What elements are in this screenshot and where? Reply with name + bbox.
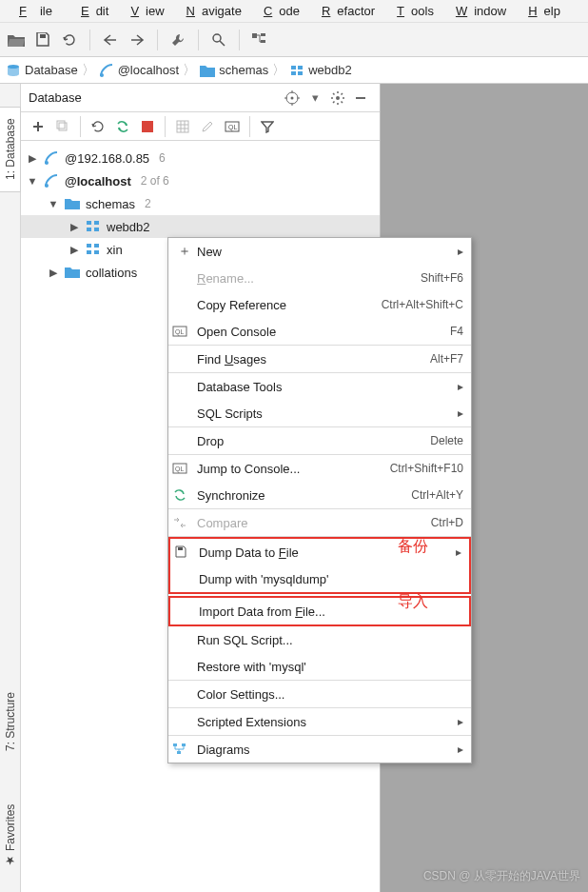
svg-rect-24 xyxy=(87,228,91,231)
menu-item-database-tools[interactable]: Database Tools▸ xyxy=(168,373,471,400)
crumb-schemas[interactable]: schemas xyxy=(200,63,268,77)
menu-item-diagrams[interactable]: Diagrams▸ xyxy=(168,736,471,763)
schema-icon xyxy=(86,219,101,234)
crumb-webdb2[interactable]: webdb2 xyxy=(289,63,352,77)
menu-item-jump-to-console[interactable]: QL Jump to Console...Ctrl+Shift+F10 xyxy=(168,455,471,482)
tree-node-localhost[interactable]: ▼ @localhost 2 of 6 xyxy=(21,169,380,192)
left-tab-database[interactable]: 1: Database xyxy=(0,107,21,192)
menu-item-copy-reference[interactable]: Copy ReferenceCtrl+Alt+Shift+C xyxy=(168,291,471,318)
node-label: @192.168.0.85 xyxy=(65,151,149,166)
datasource-icon xyxy=(44,150,59,166)
stop-icon[interactable] xyxy=(136,115,159,138)
menu-item-synchronize[interactable]: SynchronizeCtrl+Alt+Y xyxy=(168,482,471,508)
menu-refactor[interactable]: Refactor xyxy=(308,4,382,18)
tree-node-schemas[interactable]: ▼ schemas 2 xyxy=(21,192,380,215)
menu-item-new[interactable]: ＋ New▸ xyxy=(168,238,471,265)
minimize-icon[interactable] xyxy=(349,87,372,109)
filter-icon[interactable] xyxy=(256,115,279,138)
svg-rect-8 xyxy=(298,66,303,69)
forward-icon[interactable] xyxy=(127,30,147,50)
crumb-localhost[interactable]: @localhost xyxy=(99,63,180,78)
chevron-right-icon: 〉 xyxy=(183,62,196,79)
sync-icon[interactable] xyxy=(111,115,134,138)
svg-rect-37 xyxy=(177,751,181,754)
menu-item-run-sql-script[interactable]: Run SQL Script... xyxy=(168,626,471,653)
svg-rect-26 xyxy=(87,244,91,248)
left-tab-structure[interactable]: 7: Structure xyxy=(0,684,21,760)
crumb-database[interactable]: Database xyxy=(6,63,78,78)
menu-help[interactable]: Help xyxy=(515,4,567,18)
crumb-label: webdb2 xyxy=(308,63,352,77)
menu-window[interactable]: Window xyxy=(442,4,513,18)
schema-icon xyxy=(86,242,101,257)
menu-item-compare: CompareCtrl+D xyxy=(168,509,471,536)
menu-file[interactable]: File xyxy=(6,4,66,18)
left-gutter: 1: Database 7: Structure ★ Favorites xyxy=(0,84,21,892)
table-icon[interactable] xyxy=(171,115,194,138)
save-icon[interactable] xyxy=(32,30,53,50)
settings-dropdown-icon[interactable]: ▾ xyxy=(304,87,326,109)
svg-point-6 xyxy=(100,73,104,77)
submenu-arrow-icon: ▸ xyxy=(456,545,461,559)
svg-point-20 xyxy=(45,161,49,165)
edit-icon[interactable] xyxy=(196,115,219,138)
svg-rect-35 xyxy=(173,743,177,746)
svg-rect-34 xyxy=(178,547,183,550)
structure-icon[interactable] xyxy=(249,30,270,50)
chevron-right-icon: ▶ xyxy=(48,267,59,279)
refresh-icon[interactable] xyxy=(87,115,109,138)
svg-point-1 xyxy=(213,34,221,42)
wrench-icon[interactable] xyxy=(167,30,188,50)
svg-rect-25 xyxy=(94,228,99,231)
node-label: @localhost xyxy=(65,174,131,188)
menu-item-restore-mysql[interactable]: Restore with 'mysql' xyxy=(168,653,471,680)
tree-node-webdb2[interactable]: ▶ webdb2 xyxy=(21,215,380,238)
svg-point-21 xyxy=(45,184,49,188)
refresh-icon[interactable] xyxy=(59,30,80,50)
separator xyxy=(157,30,158,50)
panel-toolbar: QL xyxy=(21,112,380,141)
submenu-arrow-icon: ▸ xyxy=(458,380,463,393)
svg-rect-2 xyxy=(252,33,257,38)
datasource-icon xyxy=(44,173,59,188)
crumb-label: @localhost xyxy=(118,63,180,77)
svg-rect-17 xyxy=(177,121,188,132)
crumb-label: Database xyxy=(25,63,78,77)
chevron-right-icon: ▶ xyxy=(69,221,80,233)
left-tab-favorites[interactable]: ★ Favorites xyxy=(0,798,21,874)
menu-item-color-settings[interactable]: Color Settings... xyxy=(168,681,471,707)
gear-icon[interactable] xyxy=(326,87,349,109)
tree-node-19216808[interactable]: ▶ @192.168.0.85 6 xyxy=(21,147,380,169)
plus-icon: ＋ xyxy=(172,243,197,260)
svg-rect-15 xyxy=(57,121,65,129)
console-icon[interactable]: QL xyxy=(221,115,244,138)
submenu-arrow-icon: ▸ xyxy=(458,406,463,420)
menu-item-open-console[interactable]: QL Open ConsoleF4 xyxy=(168,318,471,345)
back-icon[interactable] xyxy=(100,30,121,50)
menu-navigate[interactable]: Navigate xyxy=(173,4,248,18)
menu-tools[interactable]: Tools xyxy=(383,4,441,18)
svg-rect-4 xyxy=(261,40,265,43)
open-icon[interactable] xyxy=(6,30,27,50)
menu-item-sql-scripts[interactable]: SQL Scripts▸ xyxy=(168,400,471,426)
menu-item-dump-mysqldump[interactable]: Dump with 'mysqldump' xyxy=(170,565,469,592)
menu-item-find-usages[interactable]: Find UsagesAlt+F7 xyxy=(168,346,471,372)
duplicate-icon[interactable] xyxy=(51,115,74,138)
menu-item-drop[interactable]: DropDelete xyxy=(168,427,471,454)
diagram-icon xyxy=(172,743,197,756)
search-icon[interactable] xyxy=(208,30,229,50)
separator xyxy=(239,30,240,50)
svg-text:QL: QL xyxy=(228,124,237,131)
svg-rect-23 xyxy=(94,221,99,225)
menu-item-scripted-extensions[interactable]: Scripted Extensions▸ xyxy=(168,708,471,735)
menu-code[interactable]: Code xyxy=(250,4,306,18)
node-label: xin xyxy=(107,243,123,257)
chevron-down-icon: ▼ xyxy=(48,198,59,209)
chevron-right-icon: 〉 xyxy=(272,62,285,79)
submenu-arrow-icon: ▸ xyxy=(458,245,463,258)
add-icon[interactable] xyxy=(27,115,49,138)
node-count: 2 of 6 xyxy=(141,174,169,188)
menu-edit[interactable]: Edit xyxy=(68,4,115,18)
target-icon[interactable] xyxy=(281,87,304,109)
menu-view[interactable]: View xyxy=(117,4,170,18)
